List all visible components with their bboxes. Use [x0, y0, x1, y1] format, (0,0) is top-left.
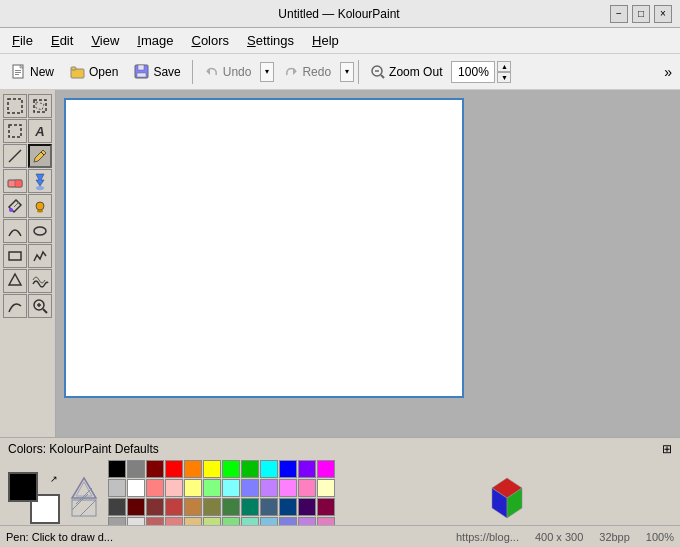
color-swatch-2-6[interactable]: [222, 498, 240, 516]
save-button[interactable]: Save: [127, 58, 187, 86]
menu-edit[interactable]: Edit: [43, 31, 81, 50]
color-swatch-0-11[interactable]: [317, 460, 335, 478]
zoom-down-arrow[interactable]: ▼: [497, 72, 511, 83]
palette-menu-icon[interactable]: ⊞: [662, 442, 672, 456]
color-swatch-1-7[interactable]: [241, 479, 259, 497]
spline-tool[interactable]: [3, 294, 27, 318]
color-swatch-1-0[interactable]: [108, 479, 126, 497]
menu-image[interactable]: Image: [129, 31, 181, 50]
color-swatch-0-7[interactable]: [241, 460, 259, 478]
color-swatch-1-5[interactable]: [203, 479, 221, 497]
titlebar: Untitled — KolourPaint − □ ×: [0, 0, 680, 28]
redo-label: Redo: [302, 65, 331, 79]
color-swatch-2-0[interactable]: [108, 498, 126, 516]
toolbox: A: [0, 90, 56, 437]
undo-label: Undo: [223, 65, 252, 79]
color-swatch-2-7[interactable]: [241, 498, 259, 516]
color-swatch-1-11[interactable]: [317, 479, 335, 497]
rect-draw-tool[interactable]: [3, 244, 27, 268]
color-swatch-0-4[interactable]: [184, 460, 202, 478]
color-swatch-0-5[interactable]: [203, 460, 221, 478]
undo-dropdown[interactable]: ▾: [260, 62, 274, 82]
pen-tool[interactable]: [28, 144, 52, 168]
tool-row-9: [3, 294, 52, 318]
color-swatch-1-1[interactable]: [127, 479, 145, 497]
text-tool[interactable]: A: [28, 119, 52, 143]
menu-colors[interactable]: Colors: [183, 31, 237, 50]
close-button[interactable]: ×: [654, 5, 672, 23]
new-label: New: [30, 65, 54, 79]
ellipse-tool[interactable]: [28, 219, 52, 243]
svg-rect-15: [8, 99, 22, 113]
color-swatch-2-1[interactable]: [127, 498, 145, 516]
svg-rect-2: [15, 70, 21, 71]
color-swatch-1-10[interactable]: [298, 479, 316, 497]
swap-colors-button[interactable]: ↗: [50, 474, 58, 484]
polygon-draw-tool[interactable]: [3, 269, 27, 293]
wave-tool[interactable]: [28, 269, 52, 293]
zoom-out-label: Zoom Out: [389, 65, 442, 79]
new-button[interactable]: New: [4, 58, 61, 86]
color-swatch-2-9[interactable]: [279, 498, 297, 516]
foreground-color-swatch[interactable]: [8, 472, 38, 502]
menu-help[interactable]: Help: [304, 31, 347, 50]
toolbar: New Open Save Undo: [0, 54, 680, 90]
svg-point-23: [36, 202, 44, 210]
color-swatch-2-5[interactable]: [203, 498, 221, 516]
color-swatch-0-10[interactable]: [298, 460, 316, 478]
zoom-view-tool[interactable]: [28, 294, 52, 318]
drawing-canvas[interactable]: [64, 98, 464, 398]
maximize-button[interactable]: □: [632, 5, 650, 23]
color-swatch-0-3[interactable]: [165, 460, 183, 478]
free-select-tool[interactable]: [28, 94, 52, 118]
curve-tool[interactable]: [3, 219, 27, 243]
color-swatch-2-10[interactable]: [298, 498, 316, 516]
status-message: Pen: Click to draw d...: [6, 531, 456, 543]
svg-rect-4: [15, 74, 19, 75]
minimize-button[interactable]: −: [610, 5, 628, 23]
line-tool[interactable]: [3, 144, 27, 168]
freehand-draw-tool[interactable]: [28, 244, 52, 268]
polygon-select-tool[interactable]: [3, 119, 27, 143]
zoom-out-button[interactable]: Zoom Out: [363, 58, 449, 86]
svg-rect-19: [15, 180, 22, 187]
transparency-icon[interactable]: [66, 472, 102, 524]
color-swatch-2-3[interactable]: [165, 498, 183, 516]
color-swatch-1-2[interactable]: [146, 479, 164, 497]
color-swatch-0-6[interactable]: [222, 460, 240, 478]
color-swatch-1-4[interactable]: [184, 479, 202, 497]
redo-dropdown[interactable]: ▾: [340, 62, 354, 82]
color-picker-tool[interactable]: [3, 194, 27, 218]
color-swatch-0-2[interactable]: [146, 460, 164, 478]
undo-button[interactable]: Undo: [197, 58, 259, 86]
color-swatch-1-9[interactable]: [279, 479, 297, 497]
status-bitdepth: 32bpp: [599, 531, 630, 543]
color-swatch-2-4[interactable]: [184, 498, 202, 516]
new-icon: [11, 64, 27, 80]
svg-point-24: [37, 210, 43, 213]
color-swatch-0-1[interactable]: [127, 460, 145, 478]
color-swatch-2-2[interactable]: [146, 498, 164, 516]
menu-file[interactable]: File: [4, 31, 41, 50]
menu-settings[interactable]: Settings: [239, 31, 302, 50]
color-swatch-2-8[interactable]: [260, 498, 278, 516]
color-swatch-1-6[interactable]: [222, 479, 240, 497]
rect-select-tool[interactable]: [3, 94, 27, 118]
menu-view[interactable]: View: [83, 31, 127, 50]
zoom-up-arrow[interactable]: ▲: [497, 61, 511, 72]
canvas-area[interactable]: [56, 90, 680, 437]
fill-tool[interactable]: [28, 169, 52, 193]
eraser-tool[interactable]: [3, 169, 27, 193]
zoom-input[interactable]: [451, 61, 495, 83]
color-swatch-1-3[interactable]: [165, 479, 183, 497]
toolbar-more-button[interactable]: »: [660, 62, 676, 82]
open-button[interactable]: Open: [63, 58, 125, 86]
redo-button[interactable]: Redo: [276, 58, 338, 86]
redo-icon: [283, 64, 299, 80]
color-swatch-1-8[interactable]: [260, 479, 278, 497]
color-swatch-0-8[interactable]: [260, 460, 278, 478]
color-swatch-2-11[interactable]: [317, 498, 335, 516]
color-swatch-0-9[interactable]: [279, 460, 297, 478]
color-swatch-0-0[interactable]: [108, 460, 126, 478]
brush-tool[interactable]: [28, 194, 52, 218]
